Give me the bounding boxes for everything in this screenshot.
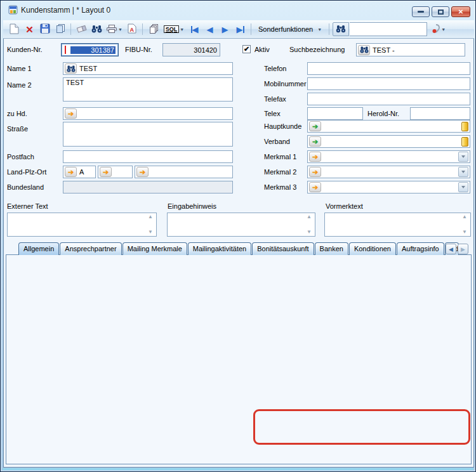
mobilnummer-field[interactable] <box>307 77 470 90</box>
quick-search-input[interactable] <box>350 22 427 36</box>
externer-text-textarea[interactable] <box>7 213 157 237</box>
eingabehinweis-textarea[interactable] <box>167 213 315 237</box>
orange-arrow-lookup-icon[interactable]: ➔ <box>309 152 321 162</box>
next-record-icon: ▶ <box>222 25 228 34</box>
suchbezeichnung-field[interactable]: TEST - <box>356 43 465 56</box>
print-button[interactable]: ▼ <box>105 22 124 36</box>
strasse-textarea[interactable] <box>63 122 233 147</box>
scroll-down-icon[interactable]: ▼ <box>462 230 467 235</box>
suchbezeichnung-label: Suchbezeichnung <box>289 46 345 53</box>
pages-stack-icon <box>149 23 159 35</box>
strasse-label: Straße <box>7 125 28 133</box>
toolbar: ✕ ▼ A SQL▼ ◀ ◀ ▶ ▶ Sonderfunktionen▼ ▼ <box>3 20 474 39</box>
orange-arrow-lookup-icon[interactable]: ➔ <box>136 167 149 177</box>
nav-first-button[interactable]: ◀ <box>187 22 202 36</box>
tab-konditionen[interactable]: Konditionen <box>349 242 396 255</box>
copy-pages-icon <box>55 23 65 35</box>
eraser-icon <box>76 24 88 35</box>
mobilnummer-label: Mobilnummer <box>264 80 307 88</box>
aktiv-checkbox[interactable]: ✔ <box>242 45 251 53</box>
tab-ansprechpartner[interactable]: Ansprechpartner <box>60 242 121 255</box>
chevron-right-icon: ▶ <box>461 246 465 252</box>
suchbezeichnung-value: TEST - <box>371 46 463 54</box>
link-pin-button[interactable]: ▼ <box>428 22 449 36</box>
name2-textarea[interactable]: TEST <box>63 77 233 102</box>
plz-field[interactable]: ➔ <box>98 166 133 178</box>
sonderfunktionen-dropdown[interactable]: Sonderfunktionen▼ <box>255 24 326 34</box>
name1-value: TEST <box>78 65 231 72</box>
tab-allgemein[interactable]: Allgemein <box>18 242 59 255</box>
tab-scroll-left-button[interactable]: ◀ <box>446 244 456 254</box>
orange-arrow-lookup-icon[interactable]: ➔ <box>309 182 321 192</box>
vormerktext-textarea[interactable] <box>324 213 471 237</box>
kunden-nr-label: Kunden-Nr. <box>7 46 43 53</box>
merkmal1-field[interactable]: ➔ <box>307 150 470 163</box>
new-record-button[interactable] <box>7 22 22 36</box>
scroll-arrows[interactable]: ▲▼ <box>305 214 314 235</box>
telefax-field[interactable] <box>307 93 470 105</box>
merkmal2-field[interactable]: ➔ <box>307 166 470 178</box>
clear-button[interactable] <box>74 22 89 36</box>
scroll-arrows[interactable]: ▲▼ <box>460 214 469 235</box>
nav-previous-button[interactable]: ◀ <box>202 22 217 36</box>
scroll-arrows[interactable]: ▲▼ <box>146 214 155 235</box>
notes-book-icon[interactable] <box>461 137 468 147</box>
scroll-up-icon[interactable]: ▲ <box>462 214 467 220</box>
search-button[interactable] <box>89 22 104 36</box>
quick-search-button[interactable] <box>333 22 349 36</box>
copy-record-button[interactable] <box>53 22 67 36</box>
tab-mailing-merkmale[interactable]: Mailing Merkmale <box>122 242 187 255</box>
orange-arrow-lookup-icon[interactable]: ➔ <box>100 167 112 177</box>
maximize-button[interactable] <box>432 6 449 17</box>
tab-scroll-right-button[interactable]: ▶ <box>458 244 468 254</box>
verband-field[interactable]: ➔ <box>307 135 470 148</box>
green-arrow-lookup-icon[interactable]: ➔ <box>309 121 321 131</box>
merkmal3-field[interactable]: ➔ <box>307 181 470 193</box>
tab-bonitaetsauskunft[interactable]: Bonitätsauskunft <box>252 242 314 255</box>
name1-field[interactable]: TEST <box>63 62 233 75</box>
tab-auftragsinfo[interactable]: Auftragsinfo <box>397 242 444 255</box>
telefon-label: Telefon <box>264 65 286 72</box>
zu-hd-field[interactable]: ➔ <box>63 107 233 120</box>
land-field[interactable]: ➔A <box>63 166 96 178</box>
toolbar-separator <box>70 23 71 35</box>
notes-book-icon[interactable] <box>461 122 468 131</box>
scroll-up-icon[interactable]: ▲ <box>307 214 312 220</box>
scroll-down-icon[interactable]: ▼ <box>148 230 153 235</box>
orange-arrow-lookup-icon[interactable]: ➔ <box>65 167 77 177</box>
binoculars-icon <box>336 25 346 34</box>
preview-button[interactable]: A <box>124 22 139 36</box>
telefon-field[interactable] <box>307 62 470 75</box>
save-button[interactable] <box>37 22 52 36</box>
orange-arrow-lookup-icon[interactable]: ➔ <box>65 108 77 119</box>
app-icon[interactable] <box>8 5 18 16</box>
close-button[interactable]: ✕ <box>451 6 470 17</box>
sql-button[interactable]: SQL▼ <box>161 22 187 36</box>
sql-dropdown-icon[interactable]: ▼ <box>180 27 184 32</box>
dropdown-arrow-icon[interactable] <box>458 167 468 177</box>
nav-last-button[interactable]: ▶ <box>233 22 248 36</box>
binoculars-lookup-icon[interactable] <box>65 63 77 74</box>
hauptkunde-field[interactable]: ➔ <box>307 120 470 133</box>
tab-mailingaktivitaeten[interactable]: Mailingaktivitäten <box>188 242 251 255</box>
scroll-up-icon[interactable]: ▲ <box>148 214 153 220</box>
green-arrow-lookup-icon[interactable]: ➔ <box>309 136 321 147</box>
dropdown-arrow-icon[interactable] <box>458 182 468 192</box>
kunden-nr-field[interactable]: 301387 <box>61 43 119 56</box>
delete-record-button[interactable]: ✕ <box>22 22 37 36</box>
print-dropdown-icon[interactable]: ▼ <box>118 27 122 32</box>
titlebar[interactable]: Kundenstamm | * Layout 0 ✕ <box>1 1 475 20</box>
scroll-down-icon[interactable]: ▼ <box>307 230 312 235</box>
nav-next-button[interactable]: ▶ <box>218 22 232 36</box>
postfach-field[interactable] <box>63 150 233 163</box>
telex-field[interactable] <box>307 107 363 120</box>
duplicate-button[interactable] <box>146 22 161 36</box>
herold-nr-field[interactable] <box>410 107 470 120</box>
dropdown-arrow-icon[interactable] <box>458 152 468 162</box>
minimize-button[interactable] <box>412 6 430 17</box>
name2-label: Name 2 <box>7 81 32 89</box>
tab-banken[interactable]: Banken <box>315 242 348 255</box>
binoculars-lookup-icon[interactable] <box>358 45 370 55</box>
ort-field[interactable]: ➔ <box>135 166 233 178</box>
orange-arrow-lookup-icon[interactable]: ➔ <box>309 167 321 177</box>
